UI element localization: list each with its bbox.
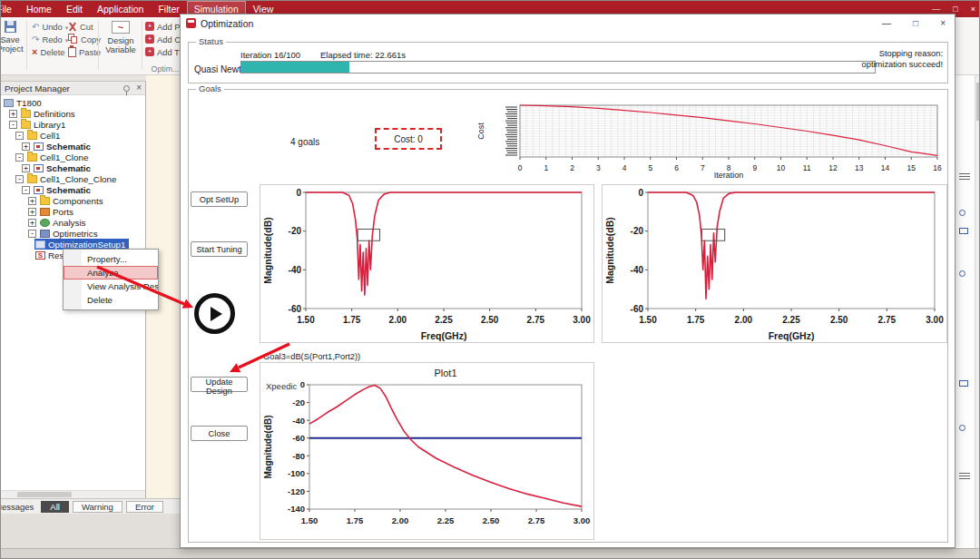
tree-expander-icon[interactable]: + <box>9 110 17 118</box>
svg-text:9: 9 <box>752 163 757 172</box>
undo-button[interactable]: Undo <box>30 20 70 33</box>
paste-icon <box>68 47 76 57</box>
context-item-view-analysis-result[interactable]: View Analysis Resul... <box>64 280 158 293</box>
svg-text:-20: -20 <box>292 397 305 407</box>
scrollbar-thumb[interactable] <box>17 492 72 497</box>
add-icon <box>145 22 154 31</box>
svg-text:14: 14 <box>881 163 890 172</box>
elapsed-label: Elapsed time: 22.661s <box>320 50 406 60</box>
schematic-fragment <box>959 473 970 479</box>
svg-text:3.00: 3.00 <box>926 315 944 325</box>
tree-expander-icon[interactable]: - <box>15 132 24 140</box>
tree-item-components[interactable]: +Components <box>1 195 145 206</box>
menu-home[interactable]: Home <box>19 1 59 17</box>
svg-text:Freq(GHz): Freq(GHz) <box>421 330 467 341</box>
context-item-delete[interactable]: Delete <box>64 293 158 307</box>
add-icon <box>145 34 154 44</box>
delete-label: Delete <box>40 47 64 57</box>
tree-item-schematic[interactable]: +Schematic <box>1 162 145 173</box>
app-close-button[interactable]: × <box>971 1 975 17</box>
tree-expander-icon[interactable]: - <box>9 121 17 129</box>
tree-expander-icon[interactable]: + <box>22 164 30 172</box>
update-design-button[interactable]: Update Design <box>191 377 248 392</box>
design-variable-button[interactable]: ~ Design Variable <box>101 19 141 74</box>
svg-text:-60: -60 <box>292 433 305 443</box>
cut-button[interactable]: Cut <box>66 20 103 33</box>
paste-button[interactable]: Paste <box>66 45 103 58</box>
tree-item-schematic[interactable]: +Schematic <box>1 141 145 152</box>
dialog-maximize-button[interactable]: □ <box>913 15 918 33</box>
svg-text:0: 0 <box>296 188 301 198</box>
panel-title: Project Manager <box>5 83 123 93</box>
start-tuning-button[interactable]: Start Tuning <box>191 241 248 257</box>
tree-item-definitions[interactable]: +Definitions <box>1 108 145 119</box>
svg-text:12: 12 <box>828 163 838 172</box>
pin-icon[interactable] <box>123 85 130 92</box>
design-variable-label: Design Variable <box>101 36 141 54</box>
close-button[interactable]: Close <box>191 426 248 441</box>
svg-text:2.00: 2.00 <box>389 315 407 325</box>
tree-item-label: Definitions <box>34 109 75 119</box>
messages-title: Messages <box>1 502 41 512</box>
tree-item-analysis[interactable]: +Analysis <box>1 217 145 228</box>
dialog-titlebar[interactable]: Optimization — □ × <box>181 15 955 33</box>
tree-expander-icon[interactable]: - <box>22 186 30 194</box>
menu-edit[interactable]: Edit <box>59 1 90 17</box>
svg-text:1.75: 1.75 <box>343 315 361 325</box>
context-item-property[interactable]: Property... <box>64 252 158 266</box>
schematic-icon <box>34 164 44 172</box>
tree-expander-icon[interactable]: - <box>15 175 24 183</box>
dialog-close-button[interactable]: × <box>940 15 946 33</box>
tree-item-cell1-clone-clone[interactable]: -Cell1_Clone_Clone <box>1 173 145 184</box>
svg-text:2: 2 <box>570 163 574 172</box>
xpeedic-watermark: Xpeedic <box>266 381 297 391</box>
tab-error[interactable]: Error <box>126 501 163 513</box>
copy-button[interactable]: Copy <box>66 33 103 45</box>
cut-label: Cut <box>80 22 93 32</box>
schematic-fragment <box>959 380 968 387</box>
schematic-icon <box>34 186 44 194</box>
stopping-reason-line2: optimization succeed! <box>862 60 943 71</box>
context-item-analyze[interactable]: Analyze <box>64 266 158 280</box>
tree-item-cell1[interactable]: -Cell1 <box>1 130 145 141</box>
vertical-scrollbar[interactable] <box>975 75 980 548</box>
tree-expander-icon[interactable]: - <box>28 230 36 238</box>
tree-expander-icon[interactable]: + <box>22 142 30 151</box>
menu-file[interactable]: File <box>1 1 19 17</box>
optimetrics-icon <box>40 230 50 238</box>
tree-item-cell1-clone[interactable]: -Cell1_Clone <box>1 152 145 162</box>
tree-expander-icon[interactable]: + <box>28 219 36 227</box>
tree-item-schematic[interactable]: -Schematic <box>1 184 145 195</box>
svg-text:-60: -60 <box>289 304 302 314</box>
tree-expander-icon[interactable]: + <box>28 197 36 205</box>
folder-icon <box>21 110 31 118</box>
opt-setup-button[interactable]: Opt SetUp <box>191 191 248 207</box>
tree-item-optimetrics[interactable]: -Optimetrics <box>1 228 145 239</box>
svg-text:2.75: 2.75 <box>527 315 545 325</box>
menu-application[interactable]: Application <box>90 1 151 17</box>
tab-warning[interactable]: Warning <box>73 501 122 513</box>
tree-item-ports[interactable]: +Ports <box>1 206 145 217</box>
scrollbar-thumb[interactable] <box>976 83 980 121</box>
horizontal-scrollbar[interactable] <box>1 490 145 498</box>
dialog-minimize-button[interactable]: — <box>882 15 891 33</box>
tree-expander-icon[interactable]: + <box>28 208 36 216</box>
tree-item-library1[interactable]: -Library1 <box>1 119 145 130</box>
svg-text:2.50: 2.50 <box>481 315 499 325</box>
goals-group: Goals 4 goals Cost: 0 012345678910111213… <box>188 89 948 543</box>
svg-text:Magnitude(dB): Magnitude(dB) <box>604 217 615 284</box>
project-icon <box>4 99 14 107</box>
play-button-annotation[interactable] <box>194 293 235 334</box>
svg-text:3.00: 3.00 <box>573 515 591 525</box>
tab-all[interactable]: All <box>41 501 69 513</box>
folder-icon <box>27 175 37 183</box>
tree-item-t1800[interactable]: T1800 <box>1 97 145 108</box>
svg-text:2.00: 2.00 <box>735 315 753 325</box>
tree-expander-icon[interactable]: - <box>15 153 24 162</box>
tree-item-label: Optimetrics <box>53 229 98 239</box>
folder-icon <box>21 121 31 129</box>
delete-button[interactable]: Delete <box>30 45 70 58</box>
redo-button[interactable]: Redo <box>30 33 70 45</box>
svg-text:7: 7 <box>701 163 705 172</box>
close-icon[interactable]: × <box>136 83 142 93</box>
